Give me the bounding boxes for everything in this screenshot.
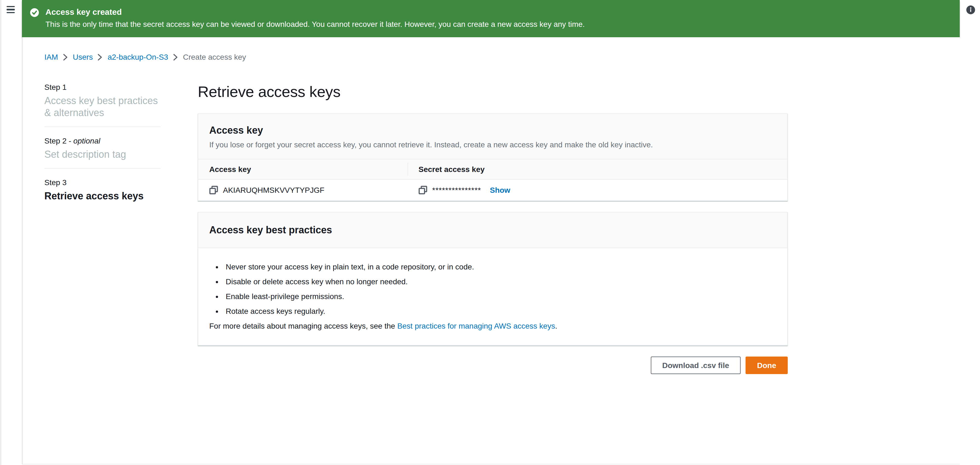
column-header-secret-access-key: Secret access key <box>407 165 787 174</box>
access-key-cell: AKIARUQHMSKVVYTYPJGF <box>198 186 407 194</box>
table-header-row: Access key Secret access key <box>198 159 787 180</box>
flashbar-message: This is the only time that the secret ac… <box>46 19 585 30</box>
best-practices-card-title: Access key best practices <box>209 223 776 237</box>
access-key-value: AKIARUQHMSKVVYTYPJGF <box>223 186 324 194</box>
page-title: Retrieve access keys <box>198 82 788 102</box>
left-edge-divider <box>0 0 1 465</box>
check-circle-icon <box>30 8 39 17</box>
copy-access-key-icon[interactable] <box>209 186 218 194</box>
wizard-step-2: Step 2 - optional Set description tag <box>45 135 161 161</box>
breadcrumb-users[interactable]: Users <box>73 51 93 62</box>
show-secret-link[interactable]: Show <box>490 186 510 194</box>
column-header-access-key: Access key <box>198 165 407 174</box>
chevron-right-icon <box>98 53 103 61</box>
copy-secret-key-icon[interactable] <box>418 186 427 194</box>
step-1-label: Step 1 <box>45 81 161 92</box>
best-practices-card-header: Access key best practices <box>198 212 787 248</box>
step-3-label: Step 3 <box>45 177 161 188</box>
step-divider <box>45 126 161 127</box>
list-item: Disable or delete access key when no lon… <box>224 276 776 287</box>
access-key-card-header: Access key If you lose or forget your se… <box>198 114 787 159</box>
access-key-card-description: If you lose or forget your secret access… <box>209 139 776 150</box>
breadcrumb-user-name[interactable]: a2-backup-On-S3 <box>108 51 168 62</box>
wizard-step-1: Step 1 Access key best practices & alter… <box>45 81 161 119</box>
best-practices-card: Access key best practices Never store yo… <box>198 212 788 346</box>
best-practices-link[interactable]: Best practices for managing AWS access k… <box>397 322 555 330</box>
secret-access-key-cell: *************** Show <box>407 186 787 194</box>
action-buttons: Download .csv file Done <box>198 357 788 374</box>
table-row: AKIARUQHMSKVVYTYPJGF *************** Sho… <box>198 180 787 201</box>
step-2-name[interactable]: Set description tag <box>45 148 161 161</box>
flashbar-text: Access key created This is the only time… <box>46 6 585 30</box>
step-1-name[interactable]: Access key best practices & alternatives <box>45 95 161 119</box>
download-csv-button[interactable]: Download .csv file <box>651 357 741 374</box>
flashbar-title: Access key created <box>46 6 585 18</box>
list-item: Enable least-privilege permissions. <box>224 291 776 302</box>
content-panel: IAM Users a2-backup-On-S3 Create access … <box>22 37 960 465</box>
step-3-name: Retrieve access keys <box>45 190 161 202</box>
chevron-right-icon <box>173 53 178 61</box>
list-item: Never store your access key in plain tex… <box>224 261 776 272</box>
app-window: Access key created This is the only time… <box>0 0 980 465</box>
wizard-step-3: Step 3 Retrieve access keys <box>45 177 161 202</box>
hamburger-menu-icon[interactable] <box>6 6 15 13</box>
step-divider <box>45 168 161 169</box>
chevron-right-icon <box>63 53 68 61</box>
access-key-table: Access key Secret access key AKIARUQH <box>198 159 787 201</box>
success-flashbar: Access key created This is the only time… <box>22 0 960 37</box>
list-item: Rotate access keys regularly. <box>224 306 776 317</box>
best-practices-card-body: Never store your access key in plain tex… <box>198 248 787 345</box>
breadcrumb: IAM Users a2-backup-On-S3 Create access … <box>45 51 246 62</box>
secret-key-masked-value: *************** <box>432 186 481 194</box>
access-key-card: Access key If you lose or forget your se… <box>198 113 788 201</box>
wizard-steps-nav: Step 1 Access key best practices & alter… <box>45 81 161 202</box>
done-button[interactable]: Done <box>746 357 788 374</box>
breadcrumb-iam[interactable]: IAM <box>45 51 58 62</box>
main-content: Retrieve access keys Access key If you l… <box>198 82 788 374</box>
breadcrumb-current: Create access key <box>183 51 246 62</box>
step-2-label: Step 2 - optional <box>45 135 161 146</box>
best-practices-list: Never store your access key in plain tex… <box>209 261 776 317</box>
best-practices-footer: For more details about managing access k… <box>209 320 776 331</box>
info-icon[interactable] <box>966 5 975 14</box>
access-key-card-title: Access key <box>209 124 776 137</box>
